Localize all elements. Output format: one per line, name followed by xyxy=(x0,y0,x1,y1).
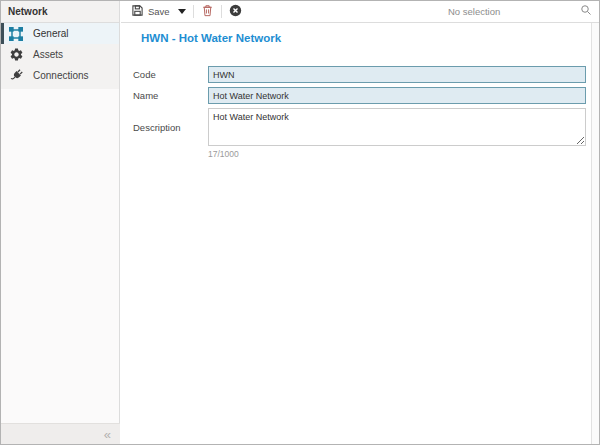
toolbar-divider xyxy=(193,5,194,18)
page-title: HWN - Hot Water Network xyxy=(141,32,281,44)
toolbar: Save xyxy=(121,1,599,23)
sidebar-item-general[interactable]: General xyxy=(1,23,119,44)
save-dropdown-button[interactable] xyxy=(178,9,186,14)
plug-icon xyxy=(7,67,25,85)
search-input[interactable] xyxy=(446,5,578,18)
cancel-button[interactable] xyxy=(229,4,242,20)
chevron-down-icon xyxy=(178,9,186,14)
sidebar-nav: Network General xyxy=(1,1,119,89)
description-textarea[interactable]: Hot Water Network xyxy=(208,108,586,146)
description-field-row: Description Hot Water Network xyxy=(133,108,586,146)
code-field-row: Code xyxy=(133,66,586,83)
gear-icon xyxy=(7,46,25,64)
trash-icon xyxy=(201,4,214,20)
name-input[interactable] xyxy=(208,87,586,104)
main-panel: Save xyxy=(121,1,599,444)
sidebar-item-connections[interactable]: Connections xyxy=(1,65,119,86)
sidebar-item-assets[interactable]: Assets xyxy=(1,44,119,65)
name-label: Name xyxy=(133,87,208,104)
search-button[interactable] xyxy=(580,4,592,19)
network-icon xyxy=(7,25,25,43)
sidebar-item-label: General xyxy=(33,28,69,39)
character-counter: 17/1000 xyxy=(208,149,239,159)
scrollbar[interactable] xyxy=(591,23,599,444)
code-label: Code xyxy=(133,66,208,83)
sidebar-header: Network xyxy=(1,1,119,23)
collapse-sidebar-button[interactable]: « xyxy=(104,427,111,442)
code-input[interactable] xyxy=(208,66,586,83)
sidebar-footer: « xyxy=(1,423,120,444)
sidebar-item-label: Assets xyxy=(33,49,63,60)
sidebar-item-label: Connections xyxy=(33,70,89,81)
delete-button[interactable] xyxy=(201,4,214,20)
cancel-circle-icon xyxy=(229,4,242,20)
app-window: Network General xyxy=(0,0,600,445)
save-button[interactable]: Save xyxy=(131,4,170,19)
name-field-row: Name xyxy=(133,87,586,104)
save-icon xyxy=(131,4,144,19)
toolbar-divider xyxy=(221,5,222,18)
save-label: Save xyxy=(148,6,170,17)
description-label: Description xyxy=(133,108,208,146)
search-icon xyxy=(580,4,592,19)
sidebar: Network General xyxy=(1,1,120,444)
